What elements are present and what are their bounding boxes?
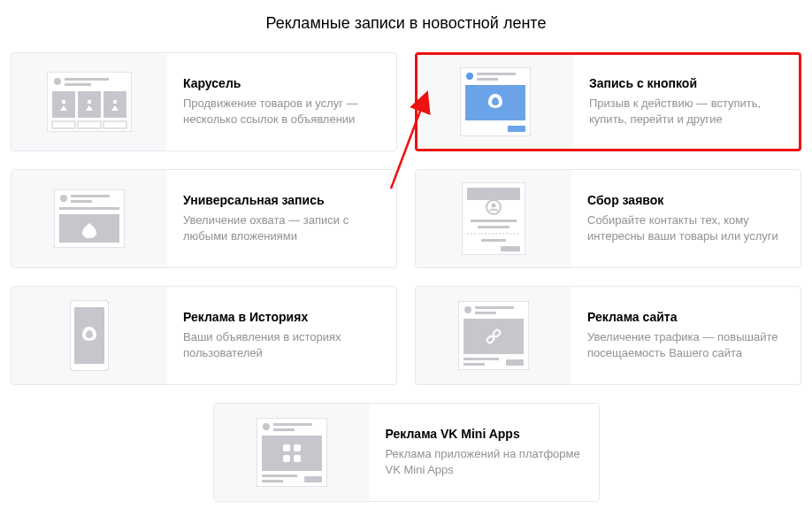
svg-rect-26 xyxy=(467,188,520,200)
card-stories[interactable]: Реклама в Историях Ваши объявления в ист… xyxy=(11,286,397,385)
svg-rect-10 xyxy=(52,121,75,128)
svg-rect-45 xyxy=(463,363,485,366)
svg-rect-7 xyxy=(62,100,65,104)
svg-rect-32 xyxy=(481,239,506,242)
svg-rect-8 xyxy=(88,100,91,104)
card-desc: Продвижение товаров и услуг — несколько … xyxy=(183,96,380,127)
card-title: Реклама сайта xyxy=(587,310,785,324)
card-button-post[interactable]: Запись с кнопкой Призыв к действию — вст… xyxy=(415,52,801,151)
page-title: Рекламные записи в новостной ленте xyxy=(0,0,812,52)
svg-rect-16 xyxy=(477,78,498,81)
card-desc: Увеличение охвата — записи с любыми влож… xyxy=(183,212,380,243)
card-site-ad[interactable]: Реклама сайта Увеличение трафика — повыш… xyxy=(415,286,801,385)
svg-rect-11 xyxy=(78,121,101,128)
card-lead-form-body: Сбор заявок Собирайте контакты тех, кому… xyxy=(571,170,801,267)
svg-point-14 xyxy=(466,73,473,80)
svg-rect-3 xyxy=(65,83,91,86)
card-stories-body: Реклама в Историях Ваши объявления в ист… xyxy=(167,287,396,384)
card-mini-apps[interactable]: Реклама VK Mini Apps Реклама приложений … xyxy=(213,403,600,502)
svg-rect-52 xyxy=(283,444,290,451)
svg-rect-49 xyxy=(273,423,312,426)
card-carousel-body: Карусель Продвижение товаров и услуг — н… xyxy=(167,53,396,150)
site-ad-icon xyxy=(458,301,529,370)
card-title: Реклама в Историях xyxy=(183,310,380,324)
svg-rect-38 xyxy=(475,306,514,309)
card-stories-icon-area xyxy=(11,287,167,384)
universal-post-icon xyxy=(54,189,125,248)
svg-point-1 xyxy=(54,78,61,85)
svg-rect-56 xyxy=(262,475,297,477)
card-title: Карусель xyxy=(183,76,380,90)
card-universal-post[interactable]: Универсальная запись Увеличение охвата —… xyxy=(11,169,397,268)
svg-point-28 xyxy=(492,204,496,208)
svg-rect-9 xyxy=(113,100,117,104)
card-universal-post-body: Универсальная запись Увеличение охвата —… xyxy=(167,170,396,267)
carousel-icon xyxy=(47,72,132,132)
card-carousel-icon-area xyxy=(11,53,167,150)
svg-rect-30 xyxy=(478,226,509,228)
card-button-post-body: Запись с кнопкой Призыв к действию — вст… xyxy=(573,55,799,149)
svg-rect-33 xyxy=(501,246,520,251)
card-desc: Собирайте контакты тех, кому интересны в… xyxy=(587,212,785,243)
svg-rect-6 xyxy=(103,91,126,118)
card-title: Универсальная запись xyxy=(183,193,380,207)
svg-rect-5 xyxy=(78,91,101,118)
svg-rect-22 xyxy=(71,200,92,203)
card-title: Запись с кнопкой xyxy=(589,76,783,90)
svg-point-37 xyxy=(464,306,471,313)
svg-point-48 xyxy=(263,423,270,430)
card-desc: Увеличение трафика — повышайте посещаемо… xyxy=(587,329,785,360)
card-button-post-icon-area xyxy=(417,55,573,149)
svg-rect-39 xyxy=(475,312,496,314)
stories-icon xyxy=(70,300,109,371)
card-carousel[interactable]: Карусель Продвижение товаров и услуг — н… xyxy=(11,52,397,151)
svg-rect-17 xyxy=(465,85,525,120)
svg-rect-2 xyxy=(65,78,109,81)
button-post-icon xyxy=(460,67,531,136)
card-desc: Ваши объявления в историях пользователей xyxy=(183,329,380,360)
card-title: Сбор заявок xyxy=(587,193,785,207)
svg-rect-21 xyxy=(71,195,110,197)
svg-rect-4 xyxy=(52,91,75,118)
card-universal-post-icon-area xyxy=(11,170,167,267)
svg-rect-44 xyxy=(463,358,499,360)
svg-rect-15 xyxy=(477,73,516,75)
svg-rect-58 xyxy=(304,476,322,482)
ad-format-grid: Карусель Продвижение товаров и услуг — н… xyxy=(0,52,812,513)
svg-rect-35 xyxy=(74,307,104,364)
svg-rect-51 xyxy=(262,436,322,471)
svg-rect-23 xyxy=(59,207,119,210)
svg-rect-57 xyxy=(262,480,283,482)
svg-rect-12 xyxy=(103,121,126,128)
lead-form-icon xyxy=(462,182,525,255)
svg-rect-18 xyxy=(508,126,525,132)
card-desc: Реклама приложений на платформе VK Mini … xyxy=(386,446,583,477)
svg-rect-46 xyxy=(506,359,524,366)
card-mini-apps-icon-area xyxy=(214,404,370,501)
card-desc: Призыв к действию — вступить, купить, пе… xyxy=(589,96,783,127)
svg-rect-55 xyxy=(294,455,301,462)
mini-apps-icon xyxy=(257,418,327,487)
card-title: Реклама VK Mini Apps xyxy=(386,427,583,441)
svg-point-20 xyxy=(60,195,67,202)
card-mini-apps-body: Реклама VK Mini Apps Реклама приложений … xyxy=(370,404,599,501)
svg-rect-54 xyxy=(283,455,290,462)
svg-rect-50 xyxy=(273,428,295,431)
card-lead-form-icon-area xyxy=(416,170,571,267)
svg-rect-29 xyxy=(471,220,517,222)
svg-rect-53 xyxy=(294,444,301,451)
card-site-ad-icon-area xyxy=(416,287,571,384)
card-site-ad-body: Реклама сайта Увеличение трафика — повыш… xyxy=(571,287,801,384)
card-lead-form[interactable]: Сбор заявок Собирайте контакты тех, кому… xyxy=(415,169,801,268)
